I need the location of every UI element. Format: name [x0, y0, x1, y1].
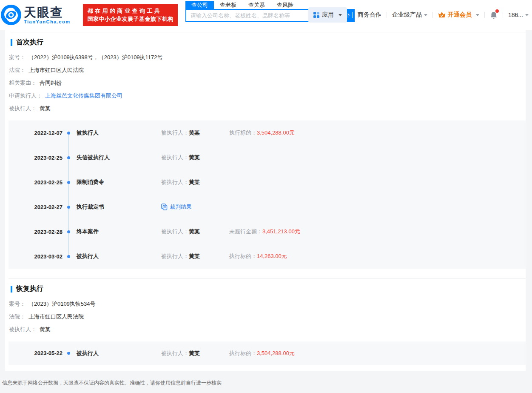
tianyancha-logo-icon [1, 5, 21, 25]
applicant-company-link[interactable]: 上海丝芭文化传媒集团有限公司 [45, 92, 122, 100]
slogan-line1: 都在用的商业查询工具 [87, 7, 174, 15]
timeline-row: 2023-02-27 执行裁定书 裁判结果 [9, 195, 526, 219]
field-executee: 被执行人： 黄某 [9, 323, 526, 336]
timeline-connector [67, 145, 70, 170]
divider [9, 278, 526, 279]
notifications-bell[interactable] [490, 11, 498, 19]
divider [352, 12, 353, 18]
tab-search-boss[interactable]: 查老板 [214, 1, 242, 9]
timeline-dot [67, 156, 70, 159]
chevron-down-icon [339, 14, 342, 16]
chevron-down-icon [476, 14, 479, 16]
field-case-number: 案号： （2022）沪0109执6398号，（2023）沪0109执1172号 [9, 51, 526, 64]
timeline-dot [67, 352, 70, 355]
chevron-down-icon [525, 14, 529, 16]
section-title: 恢复执行 [16, 284, 43, 293]
execution-timeline: 2023-05-22 被执行人 被执行人：黄某 执行标的：3,504,288.0… [9, 341, 526, 365]
section-marker [11, 39, 12, 46]
divider [11, 32, 526, 32]
brand-name: 天眼查 [24, 6, 70, 19]
timeline-connector [67, 120, 70, 145]
tianyancha-logo[interactable]: 天眼查 TianYanCha.com [1, 5, 70, 25]
section-title: 首次执行 [16, 38, 43, 47]
timeline-row: 2023-02-28 终本案件 被执行人：黄某 未履行金额：3,451,213.… [9, 219, 526, 244]
timeline-row: 2023-03-02 被执行人 被执行人：黄某 执行标的：14,263.00元 [9, 244, 526, 269]
field-case-reason: 相关案由： 合同纠纷 [9, 77, 526, 89]
timeline-row: 2023-02-25 失信被执行人 被执行人：黄某 [9, 145, 526, 170]
execution-timeline: 2022-12-07 被执行人 被执行人：黄某 执行标的：3,504,288.0… [9, 120, 526, 269]
user-account-menu[interactable]: 186... [508, 11, 529, 18]
timeline-connector [67, 219, 70, 244]
timeline-dot [67, 181, 70, 184]
top-header: 天眼查 TianYanCha.com 都在用的商业查询工具 国家中小企业发展子基… [0, 0, 532, 30]
tab-search-relation[interactable]: 查关系 [242, 1, 271, 9]
field-case-number: 案号： （2023）沪0109执恢534号 [9, 298, 526, 310]
field-applicant: 申请执行人： 上海丝芭文化传媒集团有限公司 [9, 89, 526, 102]
case-detail-fields: 案号： （2022）沪0109执6398号，（2023）沪0109执1172号 … [9, 51, 526, 115]
timeline-connector [67, 244, 70, 269]
apps-label: 应用 [322, 11, 334, 19]
section-resumed-execution-header: 恢复执行 [11, 284, 526, 293]
nav-enterprise-products[interactable]: 企业级产品 [392, 11, 427, 19]
apps-grid-icon [313, 12, 319, 18]
timeline-connector [67, 195, 70, 219]
timeline-connector [67, 341, 70, 365]
document-icon [161, 204, 168, 210]
field-executee: 被执行人： 黄某 [9, 102, 526, 115]
timeline-dot [67, 255, 70, 258]
section-marker [11, 286, 12, 293]
tab-search-risk[interactable]: 查风险 [271, 1, 299, 9]
content-card: 首次执行 案号： （2022）沪0109执6398号，（2023）沪0109执1… [5, 30, 526, 371]
timeline-dot [67, 132, 70, 135]
timeline-dot [67, 230, 70, 233]
slogan-badge: 都在用的商业查询工具 国家中小企业发展子基金旗下机构 [83, 4, 178, 26]
slogan-line2: 国家中小企业发展子基金旗下机构 [87, 15, 174, 23]
user-phone: 186... [508, 11, 523, 18]
field-court: 法院： 上海市虹口区人民法院 [9, 310, 526, 323]
vip-label: 开通会员 [448, 11, 472, 19]
header-nav: 应用 商务合作 企业级产品 开通会员 [308, 7, 529, 23]
timeline-dot [67, 206, 70, 209]
notification-dot [495, 9, 499, 13]
chevron-down-icon [424, 14, 427, 16]
section-first-execution-header: 首次执行 [11, 38, 526, 47]
divider [503, 12, 503, 18]
timeline-row: 2023-02-25 限制消费令 被执行人：黄某 [9, 170, 526, 195]
timeline-connector [67, 170, 70, 195]
timeline-row: 2023-05-22 被执行人 被执行人：黄某 执行标的：3,504,288.0… [9, 341, 526, 365]
apps-menu[interactable]: 应用 [308, 7, 347, 23]
judgment-result-link[interactable]: 裁判结果 [161, 203, 229, 211]
search-input[interactable] [185, 9, 325, 22]
timeline-row: 2022-12-07 被执行人 被执行人：黄某 执行标的：3,504,288.0… [9, 120, 526, 145]
divider [387, 12, 387, 18]
tab-search-company[interactable]: 查公司 [185, 1, 214, 9]
disclaimer-text: 信息来源于网络公开数据，天眼查不保证内容的真实性、准确性，请你使用信息前自行进一… [2, 379, 532, 387]
case-detail-fields: 案号： （2023）沪0109执恢534号 法院： 上海市虹口区人民法院 被执行… [9, 298, 526, 336]
crown-icon [438, 11, 446, 18]
nav-business-cooperation[interactable]: 商务合作 [358, 11, 381, 19]
brand-domain: TianYanCha.com [24, 19, 70, 24]
page-footer: 信息来源于网络公开数据，天眼查不保证内容的真实性、准确性，请你使用信息前自行进一… [0, 371, 532, 387]
divider [484, 12, 485, 18]
open-vip-button[interactable]: 开通会员 [438, 11, 479, 19]
field-court: 法院： 上海市虹口区人民法院 [9, 64, 526, 77]
divider [432, 12, 433, 18]
